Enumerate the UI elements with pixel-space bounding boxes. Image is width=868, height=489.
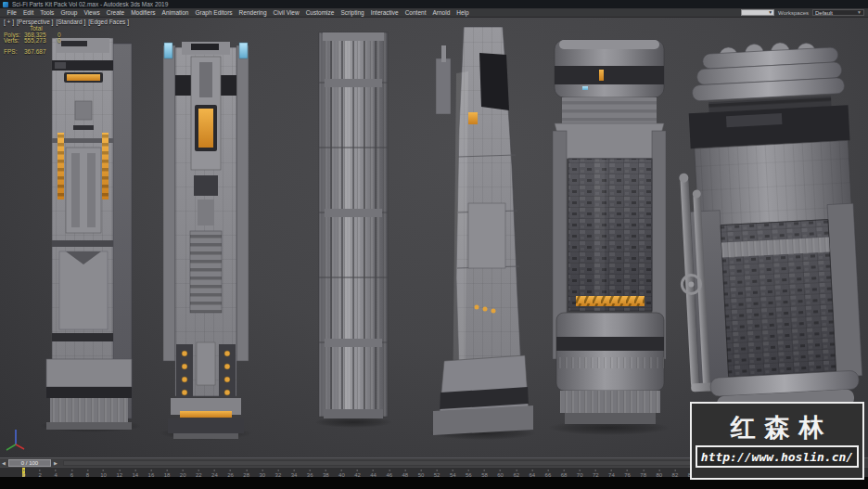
stats-verts-row: Verts:555,2730 [4, 38, 61, 44]
menu-group[interactable]: Group [57, 8, 81, 18]
previous-frame-button[interactable]: ◀ [0, 458, 7, 468]
menu-views[interactable]: Views [81, 8, 103, 18]
menu-customize[interactable]: Customize [302, 8, 338, 18]
model-pillar-angled[interactable] [428, 27, 536, 440]
next-frame-button[interactable]: ▶ [52, 458, 59, 468]
menu-file[interactable]: File [4, 8, 19, 18]
model-cylinder-large[interactable] [670, 39, 865, 443]
layout-dropdown[interactable]: ▼ [741, 9, 774, 16]
viewport[interactable]: [ + ] [Perspective ] [Standard ] [Edged … [0, 18, 868, 457]
menu-create[interactable]: Create [103, 8, 128, 18]
stats-fps-row: FPS:367.687 [4, 49, 61, 55]
watermark-url-box: http://www.hoslin.cn/ [696, 445, 859, 468]
workspaces-label: Workspaces [778, 10, 809, 16]
menubar: FileEditToolsGroupViewsCreateModifiersAn… [0, 8, 868, 18]
viewport-menu-camera[interactable]: [Perspective ] [17, 19, 53, 25]
viewport-menu-general[interactable]: [ + ] [4, 19, 14, 25]
menu-scripting[interactable]: Scripting [338, 8, 367, 18]
menu-modifiers[interactable]: Modifiers [128, 8, 159, 18]
menubar-items: FileEditToolsGroupViewsCreateModifiersAn… [4, 8, 472, 18]
menu-animation[interactable]: Animation [159, 8, 192, 18]
watermark: 红森林 http://www.hoslin.cn/ [690, 402, 864, 480]
model-cylinder-core[interactable] [548, 40, 670, 435]
menu-interactive[interactable]: Interactive [367, 8, 402, 18]
watermark-name: 红森林 [721, 415, 834, 441]
model-pillar-2[interactable] [160, 42, 252, 440]
menubar-right: ▼ Workspaces Default ▼ [741, 9, 864, 16]
menu-help[interactable]: Help [453, 8, 472, 18]
watermark-url: http://www.hoslin.cn/ [701, 450, 853, 464]
viewport-menu-shading[interactable]: [Standard ] [56, 19, 85, 25]
workspace-select[interactable]: Default ▼ [812, 9, 864, 16]
viewport-menu-display[interactable]: [Edged Faces ] [88, 19, 129, 25]
viewport-statistics: Total Polys:368,3250 Verts:555,2730 FPS:… [4, 26, 61, 55]
chevron-down-icon: ▼ [857, 10, 862, 15]
3ds-max-window: Sci-Fi Parts Kit Pack Vol 02.max - Autod… [0, 0, 868, 489]
viewport-canvas[interactable] [0, 18, 868, 457]
model-pillar-1[interactable] [40, 38, 142, 432]
menu-edit[interactable]: Edit [19, 8, 36, 18]
menu-civil-view[interactable]: Civil View [270, 8, 302, 18]
menu-graph-editors[interactable]: Graph Editors [192, 8, 236, 18]
menu-content[interactable]: Content [402, 8, 429, 18]
chevron-down-icon: ▼ [768, 10, 772, 15]
viewport-label: [ + ] [Perspective ] [Standard ] [Edged … [4, 19, 129, 25]
world-axis-gizmo [6, 430, 24, 450]
time-slider-handle[interactable]: 0 / 100 [8, 459, 51, 467]
menu-arnold[interactable]: Arnold [429, 8, 453, 18]
workspace-value: Default [815, 10, 833, 16]
app-icon [3, 2, 8, 7]
model-column-ribbed[interactable] [314, 32, 392, 428]
menu-tools[interactable]: Tools [37, 8, 57, 18]
menu-rendering[interactable]: Rendering [236, 8, 270, 18]
